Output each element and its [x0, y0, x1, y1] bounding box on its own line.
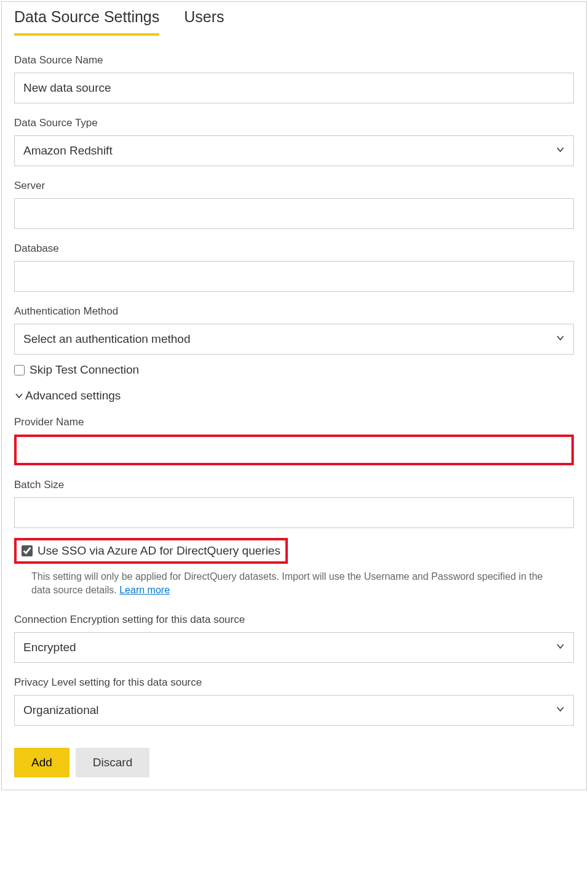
label-privacy-level: Privacy Level setting for this data sour… — [14, 676, 574, 689]
row-sso-azure-ad: Use SSO via Azure AD for DirectQuery que… — [14, 538, 288, 564]
select-privacy-level[interactable]: Organizational — [14, 695, 574, 726]
link-learn-more[interactable]: Learn more — [119, 585, 170, 595]
discard-button[interactable]: Discard — [76, 748, 149, 777]
label-provider-name: Provider Name — [14, 416, 574, 428]
label-auth-method: Authentication Method — [14, 305, 574, 318]
label-sso-azure-ad: Use SSO via Azure AD for DirectQuery que… — [38, 544, 280, 558]
field-database: Database — [14, 243, 574, 292]
help-text-sso: This setting will only be applied for Di… — [14, 570, 574, 598]
data-source-panel: Data Source Settings Users Data Source N… — [1, 1, 587, 790]
input-provider-name[interactable] — [14, 435, 574, 465]
label-server: Server — [14, 180, 574, 192]
label-database: Database — [14, 243, 574, 255]
toggle-advanced-settings[interactable]: Advanced settings — [14, 389, 574, 403]
select-data-source-type[interactable]: Amazon Redshift — [14, 135, 574, 166]
field-data-source-type: Data Source Type Amazon Redshift — [14, 117, 574, 166]
button-row: Add Discard — [14, 748, 574, 777]
label-advanced-settings: Advanced settings — [25, 389, 121, 403]
label-batch-size: Batch Size — [14, 479, 574, 491]
field-server: Server — [14, 180, 574, 229]
chevron-down-icon — [14, 391, 24, 401]
field-auth-method: Authentication Method Select an authenti… — [14, 305, 574, 355]
label-data-source-name: Data Source Name — [14, 54, 574, 66]
form-area: Data Source Name Data Source Type Amazon… — [2, 36, 586, 790]
tab-bar: Data Source Settings Users — [2, 2, 586, 36]
checkbox-skip-test-connection[interactable] — [14, 365, 25, 375]
field-provider-name: Provider Name — [14, 416, 574, 465]
row-skip-test-connection: Skip Test Connection — [14, 363, 574, 377]
field-connection-encryption: Connection Encryption setting for this d… — [14, 614, 574, 663]
label-data-source-type: Data Source Type — [14, 117, 574, 129]
tab-users[interactable]: Users — [184, 8, 224, 36]
input-batch-size[interactable] — [14, 497, 574, 528]
label-skip-test-connection: Skip Test Connection — [30, 363, 139, 377]
input-server[interactable] — [14, 198, 574, 229]
field-data-source-name: Data Source Name — [14, 54, 574, 103]
tab-data-source-settings[interactable]: Data Source Settings — [14, 8, 159, 36]
input-data-source-name[interactable] — [14, 73, 574, 103]
checkbox-sso-azure-ad[interactable] — [22, 545, 33, 556]
select-auth-method[interactable]: Select an authentication method — [14, 324, 574, 355]
input-database[interactable] — [14, 261, 574, 292]
label-connection-encryption: Connection Encryption setting for this d… — [14, 614, 574, 626]
field-privacy-level: Privacy Level setting for this data sour… — [14, 676, 574, 726]
field-batch-size: Batch Size — [14, 479, 574, 528]
select-connection-encryption[interactable]: Encrypted — [14, 632, 574, 663]
add-button[interactable]: Add — [14, 748, 70, 777]
